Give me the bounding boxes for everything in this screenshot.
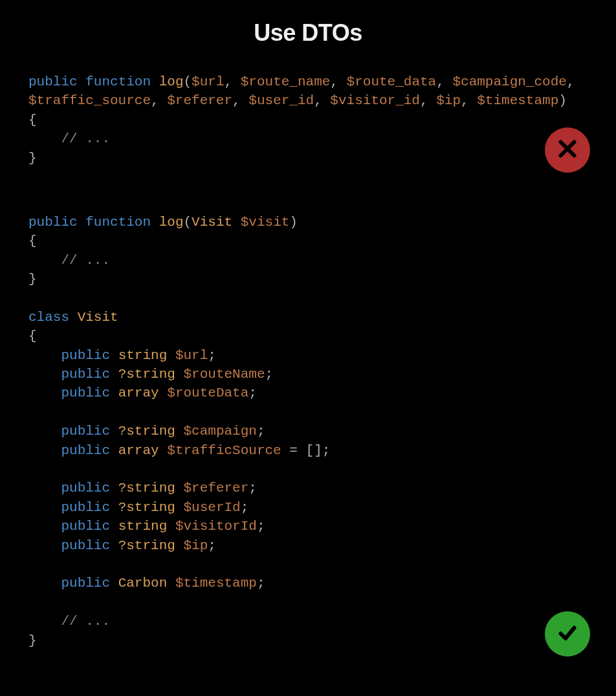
code-token: )	[558, 93, 567, 108]
code-token: $ip	[183, 538, 208, 553]
slide-title: Use DTOs	[28, 19, 588, 47]
code-token: public	[61, 367, 110, 382]
code-token: public	[61, 386, 110, 400]
code-token: ?string	[118, 538, 175, 553]
code-token: }	[28, 633, 37, 648]
code-token: ;	[248, 386, 257, 400]
code-token: $timestamp	[175, 576, 257, 591]
code-token: {	[28, 329, 37, 343]
code-token: public	[61, 538, 110, 553]
code-token: $campaign_code	[452, 74, 566, 89]
code-token: public	[61, 576, 110, 591]
code-token: ,	[420, 93, 436, 108]
code-token: ,	[232, 93, 248, 108]
code-token: }	[28, 272, 37, 287]
code-token: array	[118, 443, 159, 458]
code-token: )	[289, 215, 298, 230]
good-example-block: public function log(Visit $visit) { // .…	[28, 213, 588, 650]
code-token: Carbon	[118, 576, 168, 591]
code-token: $trafficSource	[167, 443, 281, 458]
code-token: ?string	[118, 424, 175, 439]
code-token: ,	[330, 74, 346, 89]
code-token: ,	[225, 74, 241, 89]
code-token: {	[28, 234, 37, 248]
code-token: $visitorId	[175, 519, 257, 534]
code-token: $visit	[241, 215, 290, 230]
code-token: public	[61, 348, 110, 363]
code-token: $routeData	[167, 386, 248, 400]
code-token: ,	[151, 93, 167, 108]
code-token: array	[118, 386, 159, 400]
good-badge	[545, 611, 590, 657]
code-token: $user_id	[248, 93, 314, 108]
code-token: $campaign	[183, 424, 256, 439]
code-token: ,	[436, 74, 452, 89]
code-token: $routeName	[183, 367, 265, 382]
code-token: ,	[461, 93, 477, 108]
code-token: public	[61, 424, 110, 439]
code-token: public	[61, 519, 110, 534]
bad-code: public function log($url, $route_name, $…	[28, 72, 588, 168]
code-token: // ...	[61, 131, 110, 146]
code-token: $referer	[167, 93, 232, 108]
code-token: = [];	[281, 443, 331, 458]
code-token: ;	[257, 576, 265, 591]
code-token: ;	[265, 367, 274, 382]
code-token: string	[118, 348, 168, 363]
code-token: public	[28, 215, 78, 230]
code-token: ?string	[118, 367, 175, 382]
code-token: $referer	[183, 481, 248, 495]
code-token: $url	[192, 74, 224, 89]
code-token: $timestamp	[477, 93, 558, 108]
code-token: $url	[175, 348, 208, 363]
code-token: $route_name	[241, 74, 331, 89]
good-code: public function log(Visit $visit) { // .…	[28, 213, 588, 650]
code-token: log	[159, 215, 184, 230]
code-token: ,	[567, 74, 575, 89]
code-token: ;	[241, 500, 249, 515]
bad-example-block: public function log($url, $route_name, $…	[28, 72, 588, 168]
code-token: ;	[208, 538, 216, 553]
code-token: public	[28, 74, 78, 89]
code-token: ,	[314, 93, 330, 108]
code-token: log	[159, 74, 184, 89]
code-token: Visit	[78, 310, 118, 325]
x-icon	[556, 137, 579, 163]
code-token: public	[61, 481, 110, 495]
code-token: ;	[248, 481, 257, 495]
code-token: {	[28, 113, 37, 127]
slide-container: Use DTOs public function log($url, $rout…	[0, 0, 616, 669]
code-token: (	[183, 74, 192, 89]
code-token: // ...	[61, 253, 110, 268]
code-token: ?string	[118, 481, 175, 495]
code-token: $ip	[436, 93, 461, 108]
code-token: $visitor_id	[330, 93, 420, 108]
code-token: $userId	[183, 500, 240, 515]
code-token: ?string	[118, 500, 175, 515]
bad-badge	[545, 127, 590, 173]
code-token: Visit	[192, 215, 232, 230]
code-token: $route_data	[347, 74, 437, 89]
code-token: function	[85, 215, 151, 230]
code-token: $traffic_source	[28, 93, 151, 108]
code-token: // ...	[61, 614, 110, 629]
code-token: public	[61, 500, 110, 515]
code-token: string	[118, 519, 168, 534]
code-token: ;	[257, 519, 265, 534]
code-token: ;	[257, 424, 265, 439]
code-token: public	[61, 443, 110, 458]
code-token: class	[28, 310, 69, 325]
code-token: ;	[208, 348, 216, 363]
code-token: }	[28, 151, 37, 166]
code-token: (	[183, 215, 192, 230]
code-token: function	[85, 74, 151, 89]
check-icon	[556, 621, 579, 647]
